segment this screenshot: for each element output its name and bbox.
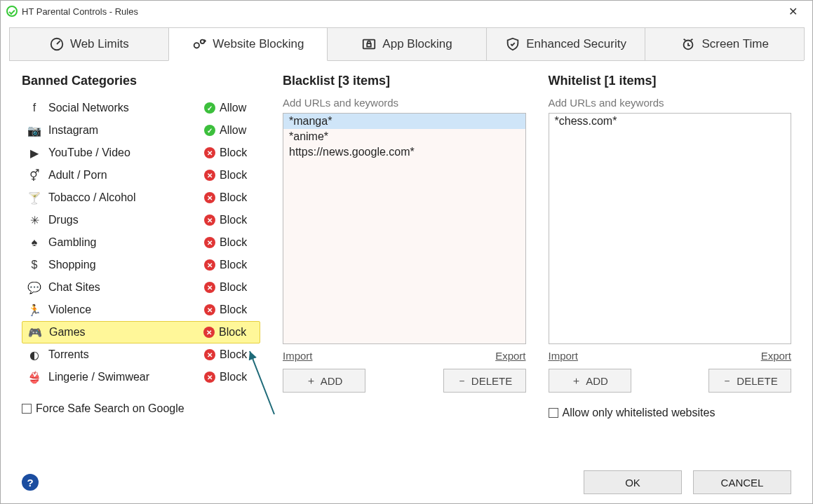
category-label: Violence xyxy=(43,304,204,316)
category-row[interactable]: ✳DrugsBlock xyxy=(22,209,260,231)
list-item[interactable]: *manga* xyxy=(283,114,525,129)
cancel-button[interactable]: CANCEL xyxy=(693,470,791,494)
category-row[interactable]: fSocial NetworksAllow xyxy=(22,97,260,119)
blacklist-listbox[interactable]: *manga**anime*https://news.google.com* xyxy=(283,113,526,344)
category-label: Instagram xyxy=(43,124,204,137)
minus-icon: － xyxy=(722,374,732,388)
tab-label: Website Blocking xyxy=(213,37,304,51)
cross-icon xyxy=(204,214,215,226)
category-icon: ◐ xyxy=(26,348,43,362)
category-icon: 📷 xyxy=(26,124,43,137)
category-icon: 🍸 xyxy=(26,191,43,205)
tab-web-limits[interactable]: Web Limits xyxy=(9,27,169,60)
status-label: Block xyxy=(219,326,246,339)
list-item[interactable]: https://news.google.com* xyxy=(283,144,525,160)
safe-search-checkline[interactable]: Force Safe Search on Google xyxy=(22,402,260,415)
status-label: Block xyxy=(220,147,247,159)
tab-label: Web Limits xyxy=(70,37,129,51)
blacklist-delete-button[interactable]: － DELETE xyxy=(443,369,526,393)
category-row[interactable]: 💬Chat SitesBlock xyxy=(22,276,260,299)
bottom-bar: ? OK CANCEL xyxy=(1,461,812,503)
category-row[interactable]: $ShoppingBlock xyxy=(22,254,260,276)
category-row[interactable]: 🎮GamesBlock xyxy=(22,321,260,343)
only-whitelisted-checkline[interactable]: Allow only whitelisted websites xyxy=(549,407,792,419)
checkbox-icon[interactable] xyxy=(549,408,558,418)
category-row[interactable]: ◐TorrentsBlock xyxy=(22,343,260,366)
only-whitelisted-label: Allow only whitelisted websites xyxy=(563,407,715,419)
category-label: Drugs xyxy=(43,214,204,226)
category-status[interactable]: Block xyxy=(204,304,260,316)
whitelist-add-button[interactable]: ＋ ADD xyxy=(549,369,631,393)
category-icon: ⚥ xyxy=(26,169,43,182)
category-status[interactable]: Allow xyxy=(204,124,260,137)
category-row[interactable]: 🍸Tobacco / AlcoholBlock xyxy=(22,186,260,209)
tab-screen-time[interactable]: Screen Time xyxy=(645,27,805,60)
category-status[interactable]: Allow xyxy=(204,102,260,114)
button-label: DELETE xyxy=(737,375,777,387)
button-label: DELETE xyxy=(471,375,512,387)
category-row[interactable]: ▶YouTube / VideoBlock xyxy=(22,142,260,164)
category-label: Shopping xyxy=(43,259,204,271)
tab-app-blocking[interactable]: App Blocking xyxy=(327,27,487,60)
status-label: Block xyxy=(220,259,247,271)
ok-button[interactable]: OK xyxy=(584,470,682,494)
category-icon: f xyxy=(26,102,43,114)
category-status[interactable]: Block xyxy=(204,259,260,271)
list-item[interactable]: *chess.com* xyxy=(549,114,791,129)
status-label: Allow xyxy=(220,102,246,114)
whitelist-hint: Add URLs and keywords xyxy=(549,97,792,109)
checkbox-icon[interactable] xyxy=(22,404,32,414)
category-row[interactable]: 👙Lingerie / SwimwearBlock xyxy=(22,366,260,388)
category-row[interactable]: 🏃ViolenceBlock xyxy=(22,299,260,321)
whitelist-listbox[interactable]: *chess.com* xyxy=(549,113,792,344)
status-label: Block xyxy=(220,169,247,182)
list-item[interactable]: *anime* xyxy=(283,129,525,144)
minus-icon: － xyxy=(457,374,467,388)
category-icon: ✳ xyxy=(26,214,43,227)
category-status[interactable]: Block xyxy=(204,281,260,294)
tab-website-blocking[interactable]: Website Blocking xyxy=(168,27,328,61)
category-status[interactable]: Block xyxy=(204,214,260,226)
tab-label: App Blocking xyxy=(382,37,452,51)
category-row[interactable]: ⚥Adult / PornBlock xyxy=(22,164,260,186)
titlebar: HT Parental Controls - Rules ✕ xyxy=(1,1,812,22)
whitelist-import-link[interactable]: Import xyxy=(549,350,579,362)
category-row[interactable]: 📷InstagramAllow xyxy=(22,119,260,142)
category-status[interactable]: Block xyxy=(204,236,260,249)
category-status[interactable]: Block xyxy=(204,147,260,159)
status-label: Block xyxy=(220,304,247,316)
cross-icon xyxy=(204,349,215,360)
close-icon[interactable]: ✕ xyxy=(779,5,807,18)
category-status[interactable]: Block xyxy=(203,326,260,339)
status-label: Allow xyxy=(220,124,246,137)
category-status[interactable]: Block xyxy=(204,371,260,383)
blacklist-import-link[interactable]: Import xyxy=(283,350,313,362)
cross-icon xyxy=(204,372,215,383)
category-status[interactable]: Block xyxy=(204,191,260,204)
check-icon xyxy=(204,125,215,136)
category-icon: $ xyxy=(26,259,43,271)
category-label: Lingerie / Swimwear xyxy=(43,371,204,383)
tab-enhanced-security[interactable]: Enhanced Security xyxy=(486,27,646,60)
category-status[interactable]: Block xyxy=(204,348,260,361)
category-row[interactable]: ♠GamblingBlock xyxy=(22,231,260,254)
category-label: Tobacco / Alcohol xyxy=(43,191,204,204)
whitelist-export-link[interactable]: Export xyxy=(761,350,791,362)
banned-categories-panel: Banned Categories fSocial NetworksAllow📷… xyxy=(22,74,260,419)
status-label: Block xyxy=(220,236,247,249)
button-label: CANCEL xyxy=(721,477,764,489)
cross-icon xyxy=(204,170,215,181)
cross-icon xyxy=(203,327,215,338)
category-label: Gambling xyxy=(43,236,204,249)
category-label: Chat Sites xyxy=(43,281,204,294)
help-icon[interactable]: ? xyxy=(22,474,39,491)
blacklist-add-button[interactable]: ＋ ADD xyxy=(283,369,365,393)
content: Banned Categories fSocial NetworksAllow📷… xyxy=(1,61,812,419)
tab-bar: Web Limits Website Blocking App Blocking… xyxy=(9,27,804,61)
category-icon: 🏃 xyxy=(26,304,43,317)
category-status[interactable]: Block xyxy=(204,169,260,182)
whitelist-delete-button[interactable]: － DELETE xyxy=(708,369,791,393)
blacklist-export-link[interactable]: Export xyxy=(495,350,525,362)
category-label: Adult / Porn xyxy=(43,169,204,182)
tab-label: Enhanced Security xyxy=(526,37,626,51)
